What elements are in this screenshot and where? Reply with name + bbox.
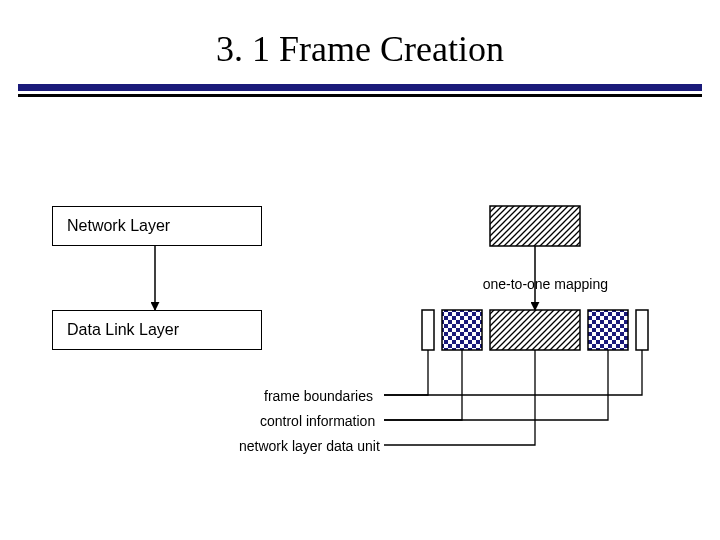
data-link-layer-box: Data Link Layer <box>52 310 262 350</box>
title-rule <box>18 84 702 97</box>
frame-flag-right-icon <box>636 310 648 350</box>
leader-nldu <box>384 350 535 445</box>
frame-boundaries-label: frame boundaries <box>264 388 373 404</box>
diagram-svg <box>0 0 720 540</box>
one-to-one-mapping-label: one-to-one mapping <box>483 276 608 292</box>
nldu-label: network layer data unit <box>239 438 380 454</box>
data-link-layer-label: Data Link Layer <box>67 321 179 339</box>
packet-upper-icon <box>490 206 580 246</box>
network-layer-box: Network Layer <box>52 206 262 246</box>
network-layer-label: Network Layer <box>67 217 170 235</box>
frame-payload-icon <box>490 310 580 350</box>
frame-flag-left-icon <box>422 310 434 350</box>
leader-frame-boundaries-right <box>384 350 642 395</box>
leader-control-right <box>384 350 608 420</box>
leader-control-left <box>384 350 462 420</box>
frame-control-right-icon <box>588 310 628 350</box>
control-information-label: control information <box>260 413 375 429</box>
page-title: 3. 1 Frame Creation <box>0 28 720 70</box>
leader-frame-boundaries-left <box>384 350 428 395</box>
frame-control-left-icon <box>442 310 482 350</box>
